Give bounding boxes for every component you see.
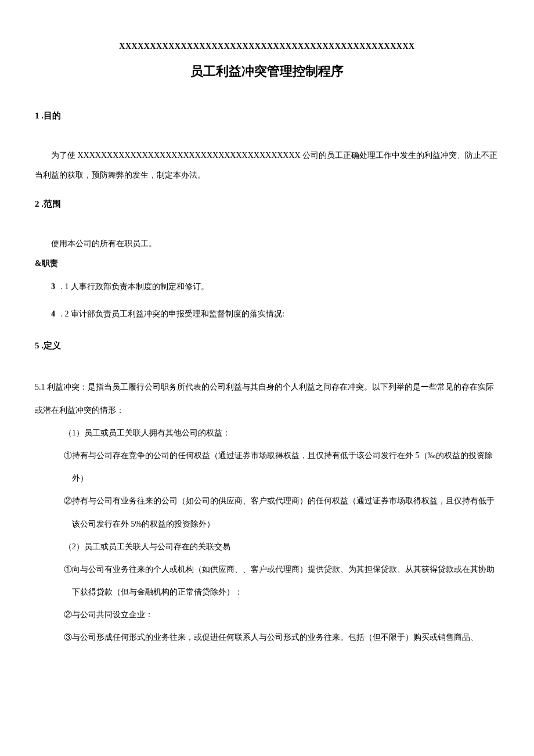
definition-sub-2-title: （2）员工或员工关联人与公司存在的关联交易 <box>35 535 499 558</box>
section-5-heading: 5 .定义 <box>35 340 499 351</box>
definition-sub-2-item-2: ②与公司共同设立企业： <box>35 603 499 626</box>
document-title: 员工利益冲突管理控制程序 <box>35 63 499 80</box>
definition-sub-1-item-2: ②持有与公司有业务往来的公司（如公司的供应商、客户或代理商）的任何权益（通过证券… <box>35 489 499 535</box>
definition-sub-2-item-1: ①向与公司有业务往来的个人或机构（如供应商、、客户或代理商）提供贷款、为其担保贷… <box>35 558 499 603</box>
definition-sub-2-item-3: ③与公司形成任何形式的业务往来，或促进任何联系人与公司形式的业务往来。包括（但不… <box>35 626 499 649</box>
section-3-item-2-num: 4 <box>51 305 55 323</box>
definition-5-1-main: 5.1 利益冲突：是指当员工履行公司职务所代表的公司利益与其自身的个人利益之间存… <box>35 376 499 421</box>
section-3-item-1-text: . 1 人事行政部负责本制度的制定和修订。 <box>59 282 209 291</box>
section-1-body: 为了使 XXXXXXXXXXXXXXXXXXXXXXXXXXXXXXXXXXXX… <box>35 146 499 185</box>
section-3-heading: &职责 <box>35 258 499 269</box>
company-placeholder-line: XXXXXXXXXXXXXXXXXXXXXXXXXXXXXXXXXXXXXXXX… <box>35 42 499 51</box>
definition-sub-1-item-1: ①持有与公司存在竞争的公司的任何权益（通过证券市场取得权益，且仅持有低于该公司发… <box>35 444 499 489</box>
section-3-item-1: 3 . 1 人事行政部负责本制度的制定和修订。 <box>51 278 499 296</box>
section-2-body: 使用本公司的所有在职员工。 <box>35 234 499 254</box>
section-3-item-2-text: . 2 审计部负责员工利益冲突的申报受理和监督制度的落实情况: <box>59 309 284 318</box>
section-3-item-2: 4 . 2 审计部负责员工利益冲突的申报受理和监督制度的落实情况: <box>51 305 499 323</box>
definition-sub-1-title: （1）员工或员工关联人拥有其他公司的权益： <box>35 422 499 444</box>
section-2-heading: 2 .范围 <box>35 199 499 210</box>
section-1-heading: 1 .目的 <box>35 110 499 121</box>
section-3-item-1-num: 3 <box>51 278 55 296</box>
